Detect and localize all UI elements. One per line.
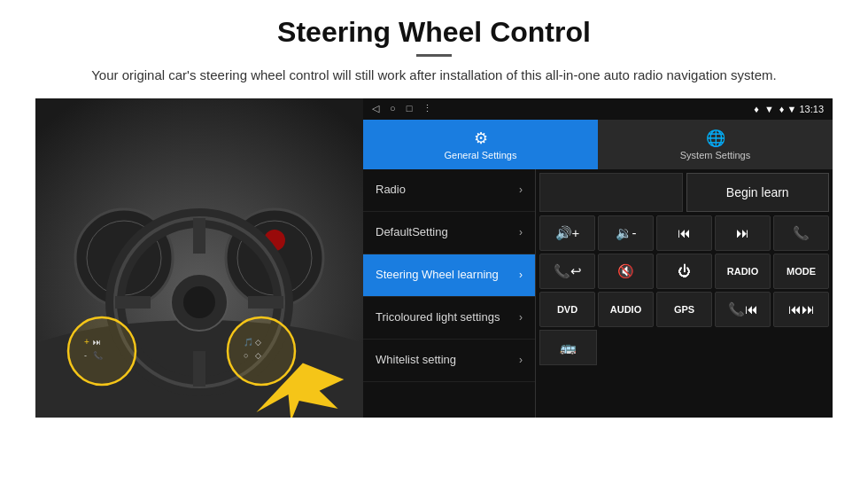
tab-general-label: General Settings: [445, 150, 517, 160]
empty-box: [539, 173, 683, 212]
tab-general-settings[interactable]: ⚙ General Settings: [363, 120, 598, 169]
call-accept-icon: 📞↩: [554, 263, 582, 279]
menu-item-radio[interactable]: Radio ›: [363, 169, 535, 212]
dvd-label: DVD: [557, 304, 577, 315]
gps-label: GPS: [674, 304, 694, 315]
clock: ♦ ▼ 13:13: [779, 104, 824, 114]
svg-text:+: +: [84, 337, 89, 347]
menu-steering-label: Steering Wheel learning: [376, 268, 519, 283]
bus-icon: 🚌: [560, 340, 577, 355]
volume-up-button[interactable]: 🔊+: [539, 215, 595, 251]
menu-item-whitelist[interactable]: Whitelist setting ›: [363, 340, 535, 382]
menu-radio-label: Radio: [376, 183, 519, 198]
svg-text:○: ○: [244, 351, 248, 360]
svg-text:-: -: [84, 351, 87, 360]
power-button[interactable]: ⏻: [656, 254, 712, 289]
location-icon: ♦: [754, 104, 759, 114]
audio-label: AUDIO: [610, 304, 641, 315]
menu-column: Radio › DefaultSetting › Steering Wheel …: [363, 169, 536, 418]
svg-text:🎵: 🎵: [244, 337, 254, 348]
extra-row: 🚌: [539, 330, 829, 365]
home-icon[interactable]: ○: [390, 103, 396, 114]
nav-buttons: ◁ ○ □ ⋮: [372, 103, 432, 114]
car-image: + ⏭ - 📞 🎵 ◇ ○ ◇: [35, 98, 363, 418]
skip-icon: ⏮⏭: [788, 301, 815, 316]
menu-icon[interactable]: ⋮: [422, 103, 432, 114]
volume-down-icon: 🔉-: [616, 225, 637, 241]
mute-icon: 🔇: [617, 263, 634, 279]
top-row: Begin learn: [539, 173, 829, 212]
volume-down-button[interactable]: 🔉-: [598, 215, 654, 251]
menu-whitelist-label: Whitelist setting: [376, 353, 519, 368]
call-accept-button[interactable]: 📞↩: [539, 254, 595, 289]
svg-text:◇: ◇: [255, 351, 261, 360]
menu-item-steering[interactable]: Steering Wheel learning ›: [363, 254, 535, 297]
menu-default-label: DefaultSetting: [376, 225, 519, 240]
begin-learn-label: Begin learn: [726, 185, 789, 199]
recent-icon[interactable]: □: [407, 103, 413, 114]
gps-button[interactable]: GPS: [656, 292, 712, 327]
prev-track-button[interactable]: ⏮: [656, 215, 712, 251]
prev-icon: ⏮: [678, 225, 691, 240]
chevron-icon: ›: [519, 311, 523, 324]
dvd-button[interactable]: DVD: [539, 292, 595, 327]
phone-icon: 📞: [793, 225, 810, 241]
page-title: Steering Wheel Control: [35, 16, 833, 49]
globe-icon: 🌐: [706, 129, 725, 148]
audio-button[interactable]: AUDIO: [598, 292, 654, 327]
status-right: ♦ ▼ ♦ ▼ 13:13: [754, 104, 824, 114]
tab-bar: ⚙ General Settings 🌐 System Settings: [363, 120, 833, 169]
back-icon[interactable]: ◁: [372, 103, 379, 114]
controls-row-2: 📞↩ 🔇 ⏻ RADIO MODE: [539, 254, 829, 289]
phone-button[interactable]: 📞: [773, 215, 829, 251]
signal-icon: ▼: [764, 104, 774, 114]
svg-text:◇: ◇: [255, 338, 261, 347]
mode-button[interactable]: MODE: [773, 254, 829, 289]
mute-button[interactable]: 🔇: [598, 254, 654, 289]
controls-row-3: DVD AUDIO GPS 📞⏮ ⏮⏭: [539, 292, 829, 327]
next-icon: ⏭: [736, 225, 749, 240]
phone-prev-icon: 📞⏮: [728, 301, 758, 317]
android-panel: ◁ ○ □ ⋮ ♦ ▼ ♦ ▼ 13:13 ⚙ General Settings: [363, 98, 833, 418]
chevron-icon: ›: [519, 184, 523, 196]
prev-next-button[interactable]: ⏮⏭: [773, 292, 829, 327]
chevron-icon: ›: [519, 226, 523, 238]
menu-item-tricoloured[interactable]: Tricoloured light settings ›: [363, 297, 535, 340]
chevron-icon: ›: [519, 354, 523, 366]
next-track-button[interactable]: ⏭: [715, 215, 771, 251]
content-area: + ⏭ - 📞 🎵 ◇ ○ ◇ ◁ ○: [35, 98, 833, 418]
volume-up-icon: 🔊+: [555, 225, 580, 241]
chevron-icon: ›: [519, 269, 523, 281]
mode-label: MODE: [787, 266, 816, 277]
status-bar: ◁ ○ □ ⋮ ♦ ▼ ♦ ▼ 13:13: [363, 98, 833, 120]
begin-learn-button[interactable]: Begin learn: [686, 173, 830, 212]
controls-panel: Begin learn 🔊+ 🔉- ⏮: [536, 169, 833, 418]
svg-point-16: [228, 317, 295, 385]
title-divider: [416, 54, 452, 57]
page-subtitle: Your original car's steering wheel contr…: [35, 66, 833, 86]
settings-main: Radio › DefaultSetting › Steering Wheel …: [363, 169, 833, 418]
gear-icon: ⚙: [474, 129, 488, 148]
radio-label: RADIO: [727, 266, 758, 277]
svg-point-14: [183, 286, 215, 318]
controls-row-1: 🔊+ 🔉- ⏮ ⏭ 📞: [539, 215, 829, 251]
menu-tricoloured-label: Tricoloured light settings: [376, 310, 519, 325]
tab-system-settings[interactable]: 🌐 System Settings: [598, 120, 833, 169]
menu-item-default[interactable]: DefaultSetting ›: [363, 212, 535, 254]
radio-button[interactable]: RADIO: [715, 254, 771, 289]
svg-text:📞: 📞: [93, 350, 104, 361]
power-icon: ⏻: [678, 263, 691, 278]
bus-button[interactable]: 🚌: [539, 330, 597, 365]
svg-text:⏭: ⏭: [93, 338, 101, 347]
phone-prev-button[interactable]: 📞⏮: [715, 292, 771, 327]
tab-system-label: System Settings: [680, 150, 750, 160]
